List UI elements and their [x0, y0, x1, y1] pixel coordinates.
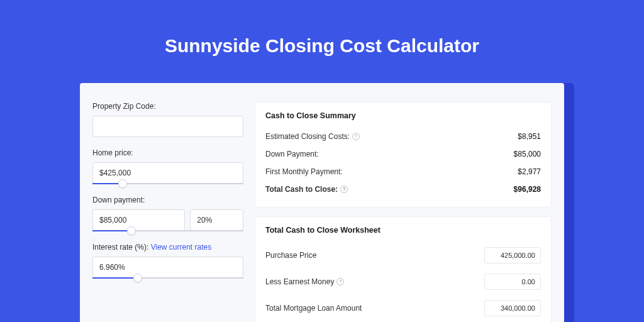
worksheet-row-label: Purchase Price — [265, 251, 316, 260]
interest-input[interactable] — [92, 257, 243, 278]
interest-field-group: Interest rate (%): View current rates — [92, 243, 243, 279]
worksheet-row-label: Less Earnest Money ? — [265, 277, 344, 286]
summary-row-label: First Monthly Payment: — [265, 167, 343, 176]
zip-label: Property Zip Code: — [92, 102, 243, 111]
worksheet-row-input[interactable] — [484, 247, 541, 264]
summary-row-label: Estimated Closing Costs: ? — [265, 132, 360, 141]
summary-row-value: $8,951 — [518, 132, 541, 141]
help-icon[interactable]: ? — [352, 133, 360, 140]
summary-rows: Estimated Closing Costs: ?$8,951Down Pay… — [265, 128, 541, 198]
worksheet-row-input[interactable] — [484, 274, 541, 290]
calculator-card-wrap: Property Zip Code: Home price: Down paym… — [80, 83, 564, 322]
summary-panel: Cash to Close Summary Estimated Closing … — [255, 102, 552, 208]
interest-slider[interactable] — [92, 277, 243, 279]
home-price-input[interactable] — [92, 162, 243, 184]
worksheet-row-label: Total Mortgage Loan Amount — [265, 304, 362, 313]
worksheet-panel: Total Cash to Close Worksheet Purchase P… — [255, 216, 552, 322]
worksheet-row: Less Earnest Money ? — [265, 269, 541, 295]
page-title: Sunnyside Closing Cost Calculator — [0, 0, 644, 74]
summary-heading: Cash to Close Summary — [265, 111, 541, 120]
summary-row: First Monthly Payment:$2,977 — [265, 163, 541, 180]
help-icon[interactable]: ? — [336, 278, 344, 286]
worksheet-rows: Purchase PriceLess Earnest Money ?Total … — [265, 242, 541, 322]
interest-label-row: Interest rate (%): View current rates — [92, 243, 243, 252]
interest-slider-thumb[interactable] — [133, 274, 142, 282]
down-payment-field-group: Down payment: — [92, 196, 243, 231]
summary-row: Down Payment:$85,000 — [265, 145, 541, 163]
interest-slider-track — [92, 277, 138, 279]
results-column: Cash to Close Summary Estimated Closing … — [255, 102, 552, 322]
summary-row-label: Total Cash to Close: ? — [265, 185, 348, 194]
summary-row-value: $96,928 — [514, 185, 541, 194]
down-payment-slider-track — [92, 230, 131, 231]
zip-field-group: Property Zip Code: — [92, 102, 243, 137]
inputs-column: Property Zip Code: Home price: Down paym… — [92, 102, 243, 322]
view-rates-link[interactable]: View current rates — [151, 243, 212, 252]
summary-row-label: Down Payment: — [265, 150, 319, 158]
worksheet-row: Total Mortgage Loan Amount — [265, 295, 541, 321]
worksheet-row-input[interactable] — [484, 300, 541, 316]
home-price-slider[interactable] — [92, 183, 243, 184]
help-icon[interactable]: ? — [340, 186, 348, 193]
down-payment-slider-thumb[interactable] — [127, 226, 136, 235]
calculator-card: Property Zip Code: Home price: Down paym… — [80, 83, 564, 322]
home-price-slider-thumb[interactable] — [118, 179, 127, 188]
worksheet-heading: Total Cash to Close Worksheet — [265, 226, 541, 235]
down-payment-slider[interactable] — [92, 230, 243, 231]
home-price-label: Home price: — [92, 148, 243, 157]
summary-row-value: $85,000 — [514, 150, 541, 158]
down-payment-label: Down payment: — [92, 196, 243, 204]
summary-row-value: $2,977 — [518, 167, 541, 176]
summary-row: Estimated Closing Costs: ?$8,951 — [265, 128, 541, 145]
summary-row: Total Cash to Close: ?$96,928 — [265, 180, 541, 198]
interest-label: Interest rate (%): — [92, 243, 148, 252]
zip-input[interactable] — [92, 116, 243, 137]
down-payment-pct-input[interactable] — [190, 209, 243, 231]
down-payment-input[interactable] — [92, 209, 185, 231]
worksheet-row: Purchase Price — [265, 242, 541, 269]
home-price-field-group: Home price: — [92, 148, 243, 184]
